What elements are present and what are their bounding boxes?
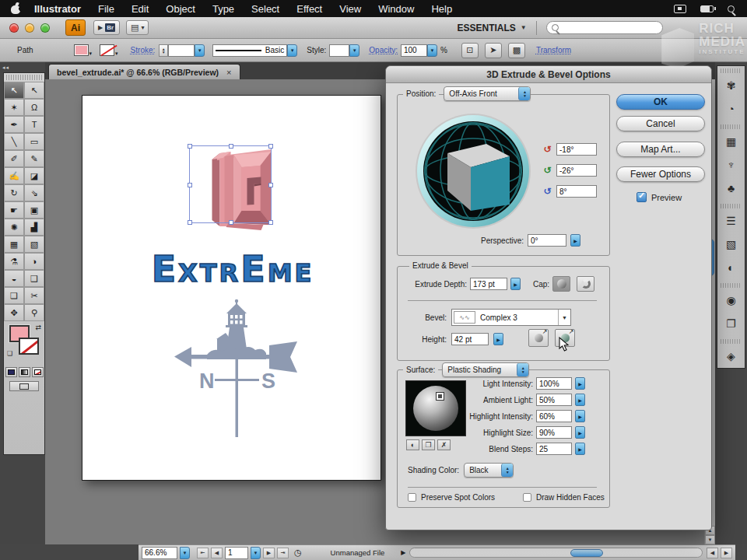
bevel-extent-out-button[interactable] (528, 329, 549, 347)
scroll-right-button[interactable]: ▶ (721, 548, 732, 558)
stroke-icon[interactable]: ☰ (722, 212, 741, 229)
menu-type[interactable]: Type (204, 3, 243, 15)
eraser-tool[interactable]: ◪ (24, 167, 44, 184)
perspective-field[interactable]: 0° (528, 234, 566, 247)
status-clock-icon[interactable]: ◷ (294, 548, 302, 558)
rotate-y-field[interactable]: -26° (556, 164, 597, 177)
ok-button[interactable]: OK (616, 94, 705, 110)
color-mode-button[interactable] (5, 367, 17, 377)
surface-field-input[interactable]: 50% (536, 394, 572, 406)
bevel-height-field[interactable]: 42 pt (451, 333, 489, 345)
zoom-window-button[interactable] (40, 23, 50, 33)
default-fill-stroke-icon[interactable]: ❏ (7, 350, 12, 357)
blend-tool[interactable]: ◑ (24, 253, 44, 270)
zoom-dropdown[interactable] (180, 547, 190, 559)
stroke-swatch[interactable] (100, 44, 114, 56)
scale-tool[interactable]: ⇘ (24, 184, 44, 201)
document-tab[interactable]: bevel_extrude.ai* @ 66.6% (RGB/Preview) … (48, 64, 240, 79)
selection-handle[interactable] (268, 144, 273, 149)
layers-icon[interactable]: ◈ (722, 348, 741, 365)
blob-brush-tool[interactable]: ✍ (4, 167, 24, 184)
bevel-height-slider-button[interactable] (493, 333, 503, 345)
scroll-left-button[interactable]: ◀ (707, 548, 718, 558)
swap-fill-stroke-icon[interactable]: ⇄ (35, 324, 41, 331)
opacity-field[interactable]: 100 (401, 44, 427, 57)
live-paint-selection-tool[interactable]: ❑ (24, 270, 44, 287)
color-panel-icon[interactable]: ✾ (722, 77, 741, 94)
rotate-z-field[interactable]: 8° (556, 185, 597, 198)
artboard-tool[interactable]: ❏ (4, 287, 24, 304)
first-page-button[interactable]: ⇤ (197, 548, 209, 558)
isolate-mode-button[interactable]: ▩ (508, 43, 525, 58)
surface-field-input[interactable]: 90% (536, 426, 572, 439)
surface-slider-button[interactable] (575, 394, 585, 406)
brush-definition[interactable]: Basic (212, 44, 287, 57)
graphic-styles-icon[interactable]: ❐ (722, 315, 741, 332)
gradient-icon[interactable]: ▧ (722, 236, 741, 253)
fill-dropdown-icon[interactable]: ▾ (89, 51, 93, 57)
surface-select[interactable]: Plastic Shading (442, 362, 529, 377)
weathervane-graphic[interactable]: N S (174, 299, 303, 446)
stroke-color-well[interactable] (19, 338, 39, 355)
surface-slider-button[interactable] (575, 410, 585, 422)
bevel-select[interactable]: ∿∿ Complex 3 ▼ (451, 309, 571, 326)
stroke-weight-stepper[interactable] (159, 44, 168, 57)
page-number-field[interactable]: 1 (225, 547, 248, 559)
pen-tool[interactable]: ✒ (4, 116, 24, 133)
panel-grip[interactable] (721, 68, 742, 73)
paintbrush-tool[interactable]: ✐ (4, 150, 24, 167)
opacity-dropdown[interactable] (427, 44, 437, 57)
preview-checkbox[interactable] (637, 192, 647, 202)
prev-page-button[interactable]: ◀ (211, 548, 223, 558)
symbol-sprayer-tool[interactable]: ✺ (4, 219, 24, 236)
menu-edit[interactable]: Edit (123, 3, 157, 15)
collapse-toolbar-icon[interactable]: ◂◂ (2, 65, 9, 71)
stroke-dropdown-icon[interactable]: ▾ (115, 51, 118, 57)
panel-grip[interactable] (721, 283, 742, 288)
surface-slider-button[interactable] (575, 377, 585, 390)
panel-grip[interactable] (721, 124, 742, 129)
width-tool[interactable]: ☛ (4, 201, 24, 219)
next-page-button[interactable]: ▶ (263, 548, 275, 558)
go-to-bridge-button[interactable]: ▶Br (93, 20, 120, 35)
panel-grip[interactable] (6, 75, 42, 80)
hand-tool[interactable]: ✥ (4, 304, 24, 321)
position-select[interactable]: Off-Axis Front (444, 86, 531, 101)
extrude-depth-slider-button[interactable] (510, 278, 521, 290)
selection-handle[interactable] (188, 183, 192, 187)
rotate-tool[interactable]: ↻ (4, 184, 24, 201)
extrude-depth-field[interactable]: 173 pt (470, 278, 507, 290)
zoom-tool[interactable]: ⚲ (24, 304, 44, 321)
pencil-tool[interactable]: ✎ (24, 150, 44, 167)
menu-select[interactable]: Select (243, 3, 288, 15)
menu-illustrator[interactable]: Illustrator (26, 3, 89, 15)
close-tab-icon[interactable]: × (226, 68, 231, 77)
stroke-weight-dropdown[interactable] (195, 44, 205, 57)
bevel-dropdown-icon[interactable]: ▼ (558, 310, 570, 325)
gradient-mode-button[interactable] (19, 367, 30, 377)
rotation-trackball[interactable] (415, 113, 531, 229)
draw-hidden-faces-checkbox[interactable] (523, 493, 531, 502)
free-transform-tool[interactable]: ▣ (24, 201, 44, 219)
spotlight-icon[interactable] (728, 5, 735, 12)
minimize-window-button[interactable] (25, 23, 34, 33)
line-tool[interactable]: ╲ (4, 133, 24, 150)
selection-handle[interactable] (188, 220, 192, 225)
screen-mode-button[interactable] (9, 381, 39, 391)
gradient-tool[interactable]: ▧ (24, 236, 44, 253)
menu-file[interactable]: File (89, 3, 123, 15)
shading-color-select[interactable]: Black (464, 463, 514, 478)
type-tool[interactable]: T (24, 116, 44, 133)
selection-handle[interactable] (268, 183, 273, 187)
lasso-tool[interactable]: Ω (24, 99, 44, 116)
workspace-switcher[interactable]: ESSENTIALS▼ (457, 23, 526, 33)
selection-tool[interactable]: ↖ (4, 82, 24, 99)
page-dropdown[interactable] (251, 547, 261, 559)
map-art-button[interactable]: Map Art... (616, 142, 705, 157)
surface-field-input[interactable]: 25 (536, 443, 572, 455)
direct-selection-tool[interactable]: ↖ (24, 82, 44, 99)
recolor-artwork-button[interactable]: ⊡ (461, 43, 479, 58)
swatches-icon[interactable]: ▦ (722, 133, 741, 150)
menu-view[interactable]: View (331, 3, 370, 15)
cap-off-button[interactable] (577, 276, 594, 292)
